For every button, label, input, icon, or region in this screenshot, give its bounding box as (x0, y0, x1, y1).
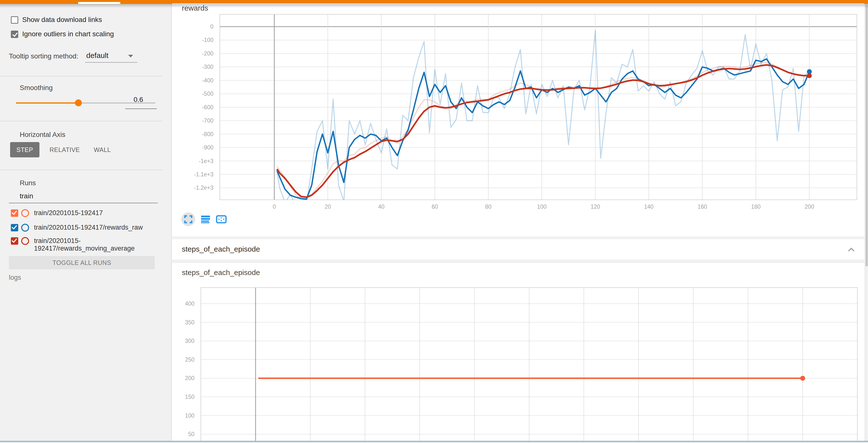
run-isolate-radio[interactable] (21, 237, 29, 245)
svg-text:50: 50 (188, 431, 194, 437)
svg-text:-400: -400 (202, 77, 213, 84)
settings-sidebar: Show data download links Ignore outliers… (0, 4, 171, 443)
active-tab-indicator (78, 2, 120, 4)
run-label: train/20201015-192417/rewards_moving_ave… (34, 237, 162, 252)
run-isolate-radio[interactable] (21, 209, 29, 217)
svg-text:300: 300 (185, 338, 194, 344)
smoothing-slider-thumb[interactable] (75, 99, 82, 106)
collapse-chevron-icon[interactable] (846, 245, 856, 255)
scrollbar-thumb[interactable] (866, 5, 868, 266)
svg-text:200: 200 (185, 375, 194, 381)
view-data-button[interactable] (199, 212, 212, 226)
ignore-outliers-checkbox[interactable] (11, 31, 18, 38)
svg-text:160: 160 (698, 204, 707, 210)
show-data-download-links-label: Show data download links (22, 16, 102, 24)
steps-chart-title: steps_of_each_episode (182, 268, 260, 277)
smoothing-label: Smoothing (20, 84, 53, 92)
svg-text:40: 40 (378, 204, 384, 210)
steps-chart[interactable]: 40035030025020015010050 (173, 279, 863, 443)
rewards-chart-card: rewards 0-100-200-300-400-500-600-700-80… (172, 3, 865, 237)
svg-text:-1.1e+3: -1.1e+3 (194, 171, 213, 178)
svg-text:-600: -600 (202, 104, 213, 111)
svg-text:100: 100 (185, 412, 194, 419)
svg-text:60: 60 (432, 204, 438, 210)
svg-text:80: 80 (485, 204, 492, 210)
steps-section-header[interactable]: steps_of_each_episode (172, 239, 865, 260)
svg-text:120: 120 (590, 204, 600, 210)
smoothing-slider-fill (16, 102, 79, 104)
svg-text:400: 400 (185, 300, 194, 307)
divider (0, 76, 163, 77)
fit-to-data-icon (216, 215, 227, 224)
smoothing-value-underline (125, 109, 157, 109)
smoothing-value-input[interactable]: 0.6 (125, 96, 165, 104)
fullscreen-icon (184, 215, 193, 224)
tensorboard-window: Show data download links Ignore outliers… (0, 0, 868, 443)
run-filter-input[interactable] (19, 192, 144, 200)
divider (0, 170, 163, 170)
axis-wall-button[interactable]: WALL (90, 142, 115, 157)
check-icon (12, 31, 18, 37)
steps-chart-card: steps_of_each_episode 400350300250200150… (172, 263, 865, 443)
window-bottom-edge-highlight (0, 442, 868, 443)
svg-text:-1.2e+3: -1.2e+3 (194, 184, 213, 191)
run-filter-underline (9, 203, 158, 203)
svg-text:-900: -900 (202, 144, 213, 151)
chevron-down-icon[interactable] (128, 55, 133, 57)
svg-text:200: 200 (805, 204, 814, 210)
show-data-download-links-checkbox[interactable] (11, 16, 18, 24)
runs-section-label: Runs (20, 179, 36, 187)
expand-chart-button[interactable] (181, 212, 195, 226)
axis-relative-button[interactable]: RELATIVE (47, 142, 83, 157)
run-checkbox[interactable] (11, 209, 18, 217)
svg-text:20: 20 (324, 204, 331, 210)
run-label: train/20201015-192417/rewards_raw (34, 224, 162, 231)
run-checkbox[interactable] (11, 224, 18, 231)
svg-text:-700: -700 (202, 117, 213, 124)
run-label: train/20201015-192417 (34, 209, 162, 217)
run-isolate-radio[interactable] (21, 224, 29, 232)
run-checkbox[interactable] (11, 237, 18, 245)
svg-text:350: 350 (185, 319, 194, 326)
toggle-all-runs-button[interactable]: TOGGLE ALL RUNS (9, 256, 155, 269)
svg-text:-800: -800 (202, 131, 213, 138)
sidebar-divider (171, 4, 172, 443)
fit-domain-button[interactable] (214, 212, 228, 226)
svg-text:250: 250 (185, 356, 194, 363)
ignore-outliers-label: Ignore outliers in chart scaling (22, 30, 114, 38)
svg-text:-100: -100 (202, 37, 213, 43)
svg-text:150: 150 (185, 394, 194, 400)
svg-text:180: 180 (751, 204, 761, 210)
svg-text:-200: -200 (202, 50, 213, 57)
horizontal-axis-label: Horizontal Axis (20, 131, 65, 139)
svg-text:0: 0 (210, 24, 213, 30)
svg-text:-1e+3: -1e+3 (199, 158, 213, 164)
tooltip-sorting-select[interactable]: default (86, 51, 108, 60)
tooltip-sorting-label: Tooltip sorting method: (9, 52, 79, 60)
logs-directory-label: logs (9, 274, 21, 282)
data-list-icon (200, 215, 211, 224)
svg-text:100: 100 (537, 204, 547, 210)
svg-text:-300: -300 (202, 64, 213, 70)
tooltip-sorting-underline (85, 62, 137, 63)
svg-text:-500: -500 (202, 91, 213, 97)
page-scrollbar[interactable] (865, 4, 868, 443)
section-title: steps_of_each_episode (182, 245, 260, 253)
svg-text:140: 140 (644, 204, 654, 210)
divider (0, 121, 163, 121)
svg-text:0: 0 (273, 204, 276, 210)
axis-step-button[interactable]: STEP (10, 142, 39, 157)
rewards-chart[interactable]: 0-100-200-300-400-500-600-700-800-900-1e… (173, 11, 863, 215)
